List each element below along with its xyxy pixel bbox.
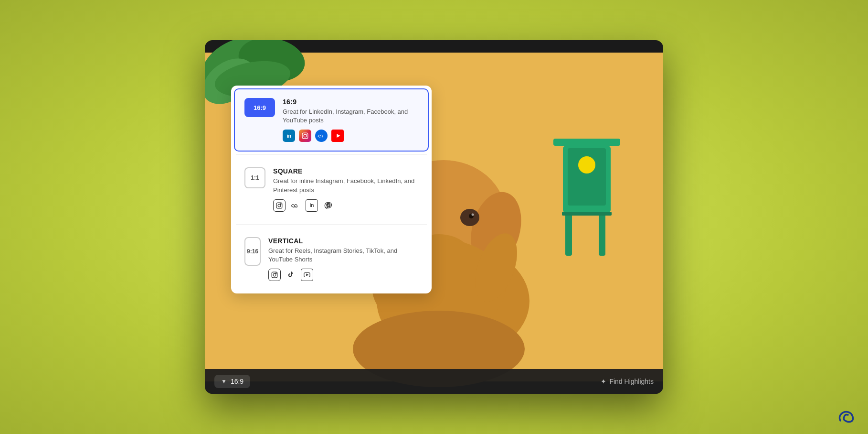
chevron-down-icon: ▼ xyxy=(221,378,227,385)
svg-point-23 xyxy=(472,214,474,216)
divider-1 xyxy=(236,154,427,155)
find-highlights-button[interactable]: ✦ Find Highlights xyxy=(601,378,654,385)
svg-point-37 xyxy=(275,273,276,274)
aspect-title-vertical: VERTICAL xyxy=(268,237,418,245)
linkedin-icon-bw: in xyxy=(306,199,318,212)
pinterest-icon-bw xyxy=(322,199,334,212)
aspect-info-square: SQUARE Great for inline Instagram, Faceb… xyxy=(273,167,418,211)
svg-point-30 xyxy=(306,134,307,135)
svg-point-29 xyxy=(304,134,307,137)
aspect-selector-button[interactable]: ▼ 16:9 xyxy=(214,375,250,388)
aspect-option-16-9[interactable]: 16:9 16:9 Great for LinkedIn, Instagram,… xyxy=(234,88,429,152)
app-window: 16:9 16:9 Great for LinkedIn, Instagram,… xyxy=(205,40,663,394)
instagram-icon xyxy=(299,130,311,142)
svg-point-8 xyxy=(578,156,595,174)
svg-rect-10 xyxy=(599,213,605,256)
svg-marker-39 xyxy=(306,273,308,276)
aspect-title-16-9: 16:9 xyxy=(283,98,418,106)
sparkle-icon: ✦ xyxy=(601,378,606,385)
find-highlights-label: Find Highlights xyxy=(609,378,654,385)
meta-icon-bw xyxy=(289,199,302,212)
aspect-desc-vertical: Great for Reels, Instagram Stories, TikT… xyxy=(268,247,418,264)
brand-logo xyxy=(836,407,857,423)
svg-rect-5 xyxy=(553,139,620,146)
youtube-icon-bw xyxy=(301,269,313,281)
aspect-thumb-16-9: 16:9 xyxy=(244,98,275,117)
aspect-info-vertical: VERTICAL Great for Reels, Instagram Stor… xyxy=(268,237,418,281)
aspect-title-square: SQUARE xyxy=(273,167,418,175)
social-icons-16-9: in xyxy=(283,130,418,142)
svg-rect-11 xyxy=(562,212,612,216)
aspect-selector-label: 16:9 xyxy=(231,378,243,385)
video-area: 16:9 16:9 Great for LinkedIn, Instagram,… xyxy=(205,40,663,394)
svg-point-33 xyxy=(278,204,281,207)
social-icons-vertical xyxy=(268,269,418,281)
youtube-icon xyxy=(331,130,344,142)
svg-point-34 xyxy=(280,204,281,205)
svg-rect-28 xyxy=(302,133,308,139)
aspect-thumb-vertical: 9:16 xyxy=(244,237,261,266)
aspect-desc-16-9: Great for LinkedIn, Instagram, Facebook,… xyxy=(283,108,418,125)
svg-point-36 xyxy=(273,273,276,276)
aspect-ratio-dropdown: 16:9 16:9 Great for LinkedIn, Instagram,… xyxy=(231,86,432,293)
aspect-option-vertical[interactable]: 9:16 VERTICAL Great for Reels, Instagram… xyxy=(234,228,429,291)
aspect-thumb-square: 1:1 xyxy=(244,167,265,188)
aspect-info-16-9: 16:9 Great for LinkedIn, Instagram, Face… xyxy=(283,98,418,142)
svg-marker-31 xyxy=(337,134,340,138)
svg-rect-9 xyxy=(565,213,572,256)
divider-2 xyxy=(236,224,427,225)
meta-icon xyxy=(315,130,328,142)
aspect-desc-square: Great for inline Instagram, Facebook, Li… xyxy=(273,177,418,194)
instagram-icon-bw-2 xyxy=(268,269,281,281)
instagram-icon-bw xyxy=(273,199,286,212)
linkedin-icon: in xyxy=(283,130,295,142)
tiktok-icon xyxy=(285,269,297,281)
bottom-bar: ▼ 16:9 ✦ Find Highlights xyxy=(205,369,663,394)
social-icons-square: in xyxy=(273,199,418,212)
aspect-option-square[interactable]: 1:1 SQUARE Great for inline Instagram, F… xyxy=(234,158,429,221)
